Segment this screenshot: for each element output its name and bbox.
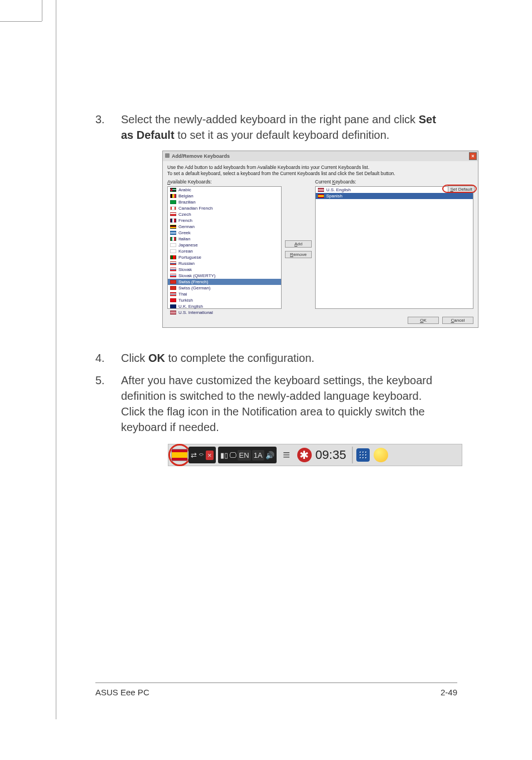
list-item[interactable]: U.S. International bbox=[168, 309, 281, 316]
list-item[interactable]: Spanish bbox=[316, 193, 473, 199]
flag-icon bbox=[170, 200, 176, 204]
flag-icon bbox=[170, 243, 176, 247]
available-keyboards-list[interactable]: ArabicBelgianBrazilianCanadian FrenchCze… bbox=[167, 186, 282, 309]
list-item[interactable]: U.K. English bbox=[168, 303, 281, 309]
list-item-label: Czech bbox=[178, 212, 191, 217]
step-4: 4. Click OK to complete the configuratio… bbox=[95, 350, 446, 366]
list-item[interactable]: Czech bbox=[168, 211, 281, 217]
network-icon[interactable]: ⇄ bbox=[191, 451, 197, 459]
list-item[interactable]: Slovak (QWERTY) bbox=[168, 273, 281, 279]
close-button[interactable]: × bbox=[469, 152, 477, 160]
list-item-label: Slovak bbox=[178, 267, 192, 272]
footer-right: 2-49 bbox=[441, 688, 457, 697]
list-item-label: Belgian bbox=[178, 193, 194, 199]
battery-icon[interactable]: ▮▯ bbox=[220, 451, 228, 459]
flag-icon bbox=[170, 304, 176, 308]
cancel-button[interactable]: Cancel bbox=[442, 317, 473, 324]
tray-separator bbox=[352, 447, 353, 463]
list-item[interactable]: Belgian bbox=[168, 193, 281, 199]
available-label: Available Keyboards: bbox=[167, 179, 282, 185]
monitor-icon[interactable]: 🖵 bbox=[229, 451, 236, 459]
tray-screenshot: ⇄ ⌔ × ▮▯ 🖵 EN 1A 🔊 ≡ ✱ 09:35 bbox=[168, 444, 446, 466]
list-item[interactable]: Swiss (French) bbox=[168, 279, 281, 285]
list-item[interactable]: German bbox=[168, 224, 281, 230]
flag-icon bbox=[170, 206, 176, 210]
dialog-columns: Available Keyboards: ArabicBelgianBrazil… bbox=[163, 179, 478, 313]
current-keyboards-list[interactable]: U.S. EnglishSpanish bbox=[315, 186, 473, 309]
dialog-title-text: Add/Remove Keyboards bbox=[172, 153, 230, 159]
dialog-desc-line: Use the Add button to add keyboards from… bbox=[167, 164, 473, 171]
remove-button[interactable]: Remove bbox=[285, 251, 312, 258]
list-item-label: Swiss (German) bbox=[178, 285, 210, 291]
list-item-label: French bbox=[178, 218, 192, 223]
asterisk-icon[interactable]: ✱ bbox=[297, 448, 312, 462]
volume-icon[interactable]: 🔊 bbox=[265, 451, 274, 459]
label-rest: et Default bbox=[453, 187, 472, 192]
language-flag-icon[interactable] bbox=[171, 449, 188, 461]
step-bold: OK bbox=[148, 352, 165, 364]
flag-icon bbox=[318, 194, 324, 198]
list-item-label: Russian bbox=[178, 261, 195, 266]
list-item[interactable]: Japanese bbox=[168, 242, 281, 248]
flag-icon bbox=[170, 311, 176, 314]
label-rest: vailable Keyboards: bbox=[171, 179, 212, 185]
set-default-wrap: Set Default bbox=[448, 186, 475, 192]
list-item[interactable]: Canadian French bbox=[168, 205, 281, 211]
list-item-label: U.K. English bbox=[178, 304, 203, 309]
list-item-label: Japanese bbox=[178, 243, 198, 248]
flag-icon bbox=[170, 219, 176, 222]
list-item[interactable]: Arabic bbox=[168, 187, 281, 193]
menu-lines-icon[interactable]: ≡ bbox=[279, 448, 294, 462]
dialog-titlebar: Add/Remove Keyboards × bbox=[163, 151, 478, 161]
list-item[interactable]: Portuguese bbox=[168, 254, 281, 260]
step-text: After you have customized the keyboard s… bbox=[121, 374, 432, 433]
list-item[interactable]: Turkish bbox=[168, 297, 281, 303]
step-number: 5. bbox=[95, 372, 121, 435]
flag-icon bbox=[170, 237, 176, 241]
list-item-label: Canadian French bbox=[178, 206, 212, 211]
list-item-label: Thai bbox=[178, 292, 187, 297]
smiley-icon[interactable] bbox=[373, 448, 389, 462]
flag-icon bbox=[170, 274, 176, 278]
system-tray: ⇄ ⌔ × ▮▯ 🖵 EN 1A 🔊 ≡ ✱ 09:35 bbox=[168, 444, 462, 466]
list-item-label: Korean bbox=[178, 249, 193, 254]
list-item[interactable]: Thai bbox=[168, 291, 281, 297]
step-body: Click OK to complete the configuration. bbox=[121, 350, 446, 366]
list-item[interactable]: Greek bbox=[168, 230, 281, 236]
keyboard-icon bbox=[165, 153, 170, 158]
middle-buttons: Add Remove bbox=[282, 179, 315, 258]
label-pre: Current bbox=[315, 179, 332, 185]
page-frame: 3. Select the newly-added keyboard in th… bbox=[56, 0, 485, 719]
flag-icon bbox=[170, 255, 176, 259]
grid-launcher-icon[interactable] bbox=[355, 448, 371, 462]
label-rest: eyboards: bbox=[335, 179, 356, 185]
list-item[interactable]: Russian bbox=[168, 260, 281, 267]
clock[interactable]: 09:35 bbox=[316, 448, 346, 462]
step-text: Click bbox=[121, 352, 148, 364]
list-item[interactable]: Swiss (German) bbox=[168, 285, 281, 291]
add-button[interactable]: Add bbox=[285, 240, 312, 248]
input-mode-badge[interactable]: 1A bbox=[252, 450, 264, 461]
step-5: 5. After you have customized the keyboar… bbox=[95, 372, 446, 435]
step-body: After you have customized the keyboard s… bbox=[121, 372, 446, 435]
dialog-desc-line: To set a default keyboard, select a keyb… bbox=[167, 171, 473, 177]
flag-icon bbox=[170, 225, 176, 229]
list-item-label: Turkish bbox=[178, 298, 193, 303]
flag-icon bbox=[170, 231, 176, 235]
set-default-button[interactable]: Set Default bbox=[448, 186, 475, 193]
flag-icon bbox=[170, 280, 176, 284]
list-item-label: Portuguese bbox=[178, 255, 201, 260]
list-item-label: Swiss (French) bbox=[178, 279, 208, 284]
flag-icon bbox=[170, 212, 176, 216]
list-item[interactable]: Slovak bbox=[168, 267, 281, 273]
close-tray-icon[interactable]: × bbox=[206, 451, 214, 460]
list-item[interactable]: Korean bbox=[168, 248, 281, 254]
ok-button[interactable]: OK bbox=[408, 317, 439, 324]
language-badge[interactable]: EN bbox=[238, 450, 251, 461]
add-remove-keyboards-dialog: Add/Remove Keyboards × Use the Add butto… bbox=[162, 151, 478, 328]
wifi-icon[interactable]: ⌔ bbox=[199, 451, 204, 459]
list-item[interactable]: Italian bbox=[168, 236, 281, 242]
list-item[interactable]: Brazilian bbox=[168, 199, 281, 205]
list-item-label: Greek bbox=[178, 230, 191, 235]
list-item[interactable]: French bbox=[168, 217, 281, 224]
